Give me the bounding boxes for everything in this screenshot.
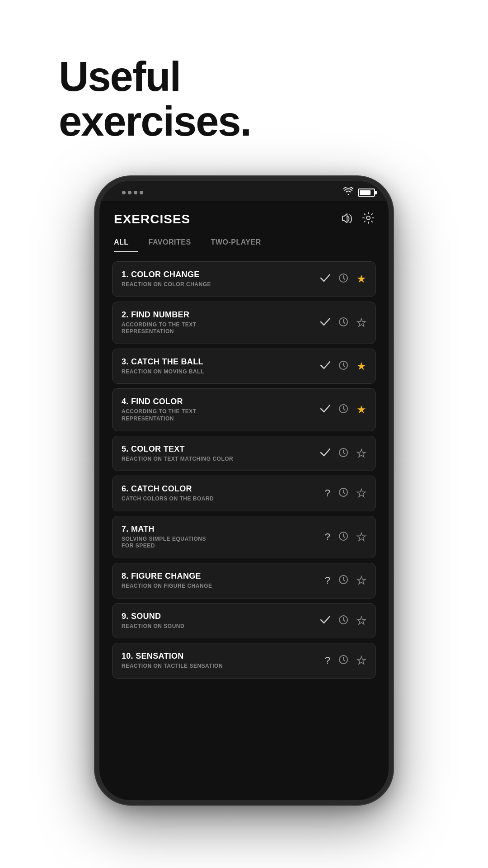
star-icon-filled[interactable]: ★ (357, 273, 366, 285)
status-icon[interactable]: ? (325, 488, 330, 498)
signal-dots (122, 191, 143, 194)
app-title: EXERCISES (114, 212, 190, 226)
exercise-actions: ★ (320, 403, 366, 416)
exercise-subtitle: ACCORDING TO THE TEXTREPRESENTATION (122, 408, 320, 422)
exercise-item-3[interactable]: 3. CATCH THE BALL REACTION ON MOVING BAL… (112, 349, 376, 384)
exercise-item-6[interactable]: 6. CATCH COLOR CATCH COLORS ON THE BOARD… (112, 476, 376, 511)
signal-dot-4 (140, 191, 143, 194)
exercise-item-2[interactable]: 2. FIND NUMBER ACCORDING TO THE TEXTREPR… (112, 302, 376, 344)
status-icon[interactable] (320, 616, 330, 626)
star-icon-empty[interactable]: ★ (357, 487, 366, 500)
exercise-info: 4. FIND COLOR ACCORDING TO THE TEXTREPRE… (122, 397, 320, 422)
exercise-subtitle: REACTION ON MOVING BALL (122, 368, 320, 376)
star-icon-empty[interactable]: ★ (357, 531, 366, 543)
exercise-info: 10. SENSATION REACTION ON TACTILE SENSAT… (122, 651, 325, 670)
status-bar (99, 181, 389, 201)
status-icon[interactable] (320, 361, 330, 371)
exercise-info: 3. CATCH THE BALL REACTION ON MOVING BAL… (122, 357, 320, 376)
tab-two-player[interactable]: TWO-PLAYER (211, 234, 270, 252)
signal-dot-2 (128, 191, 131, 194)
exercise-actions: ★ (320, 447, 366, 460)
star-icon-empty[interactable]: ★ (357, 316, 366, 329)
exercise-title: 7. MATH (122, 524, 325, 534)
star-icon-empty[interactable]: ★ (357, 614, 366, 627)
exercise-info: 2. FIND NUMBER ACCORDING TO THE TEXTREPR… (122, 310, 320, 335)
exercise-item-8[interactable]: 8. FIGURE CHANGE REACTION ON FIGURE CHAN… (112, 563, 376, 599)
exercise-subtitle: ACCORDING TO THE TEXTREPRESENTATION (122, 321, 320, 335)
status-icon[interactable] (320, 274, 330, 284)
phone-frame: EXERCISES (95, 176, 393, 805)
exercise-subtitle: REACTION ON SOUND (122, 623, 320, 630)
history-icon[interactable] (338, 615, 348, 627)
history-icon[interactable] (338, 655, 348, 666)
exercise-actions: ★ (320, 360, 366, 373)
exercise-title: 1. COLOR CHANGE (122, 270, 320, 279)
battery-fill (360, 190, 371, 195)
exercise-title: 8. FIGURE CHANGE (122, 571, 325, 581)
exercise-title: 2. FIND NUMBER (122, 310, 320, 320)
header-icons (342, 212, 374, 226)
screen: EXERCISES (99, 201, 389, 800)
history-icon[interactable] (338, 448, 348, 459)
exercise-subtitle: REACTION ON TEXT MATCHING COLOR (122, 456, 320, 463)
exercise-subtitle: CATCH COLORS ON THE BOARD (122, 495, 325, 503)
exercise-actions: ★ (320, 614, 366, 627)
exercise-info: 5. COLOR TEXT REACTION ON TEXT MATCHING … (122, 444, 320, 463)
exercise-item-4[interactable]: 4. FIND COLOR ACCORDING TO THE TEXTREPRE… (112, 388, 376, 431)
exercise-title: 5. COLOR TEXT (122, 444, 320, 454)
status-icon[interactable] (320, 318, 330, 328)
tabs: ALL FAVORITES TWO-PLAYER (99, 234, 389, 252)
exercise-info: 7. MATH SOLVING SIMPLE EQUATIONSFOR SPEE… (122, 524, 325, 550)
exercise-item-10[interactable]: 10. SENSATION REACTION ON TACTILE SENSAT… (112, 643, 376, 679)
signal-dot-3 (134, 191, 137, 194)
exercise-subtitle: REACTION ON TACTILE SENSATION (122, 663, 325, 670)
status-icon[interactable] (320, 448, 330, 458)
star-icon-empty[interactable]: ★ (357, 574, 366, 587)
exercise-actions: ★ (320, 316, 366, 329)
headline-line1: Useful (59, 54, 251, 99)
star-icon-empty[interactable]: ★ (357, 654, 366, 667)
exercise-actions: ? ★ (325, 531, 366, 543)
exercise-subtitle: SOLVING SIMPLE EQUATIONSFOR SPEED (122, 536, 325, 550)
exercise-info: 9. SOUND REACTION ON SOUND (122, 612, 320, 630)
headline: Useful exercises. (59, 54, 251, 144)
wifi-icon (343, 187, 353, 198)
history-icon[interactable] (338, 487, 348, 499)
sound-icon[interactable] (342, 213, 353, 226)
exercise-info: 8. FIGURE CHANGE REACTION ON FIGURE CHAN… (122, 571, 325, 590)
history-icon[interactable] (338, 575, 348, 586)
exercise-actions: ? ★ (325, 487, 366, 500)
settings-icon[interactable] (362, 212, 374, 226)
exercise-item-9[interactable]: 9. SOUND REACTION ON SOUND ★ (112, 603, 376, 639)
exercise-title: 10. SENSATION (122, 651, 325, 661)
status-icon[interactable]: ? (325, 532, 330, 542)
star-icon-filled[interactable]: ★ (357, 403, 366, 416)
status-icon[interactable]: ? (325, 576, 330, 585)
exercise-title: 6. CATCH COLOR (122, 484, 325, 494)
exercise-item-1[interactable]: 1. COLOR CHANGE REACTION ON COLOR CHANGE… (112, 261, 376, 297)
page-background: Useful exercises. (0, 0, 488, 868)
svg-point-0 (366, 216, 370, 220)
history-icon[interactable] (338, 531, 348, 543)
star-icon-filled[interactable]: ★ (357, 360, 366, 373)
exercise-subtitle: REACTION ON COLOR CHANGE (122, 281, 320, 288)
tab-favorites[interactable]: FAVORITES (149, 234, 200, 252)
exercise-item-7[interactable]: 7. MATH SOLVING SIMPLE EQUATIONSFOR SPEE… (112, 516, 376, 558)
exercise-actions: ? ★ (325, 574, 366, 587)
exercise-info: 1. COLOR CHANGE REACTION ON COLOR CHANGE (122, 270, 320, 288)
battery-icon (358, 189, 375, 197)
star-icon-empty[interactable]: ★ (357, 447, 366, 460)
tab-all[interactable]: ALL (114, 234, 138, 252)
exercise-info: 6. CATCH COLOR CATCH COLORS ON THE BOARD (122, 484, 325, 503)
history-icon[interactable] (338, 273, 348, 285)
exercise-item-5[interactable]: 5. COLOR TEXT REACTION ON TEXT MATCHING … (112, 436, 376, 472)
exercise-title: 4. FIND COLOR (122, 397, 320, 406)
history-icon[interactable] (338, 360, 348, 372)
exercise-list: 1. COLOR CHANGE REACTION ON COLOR CHANGE… (99, 261, 389, 683)
status-icon[interactable] (320, 405, 330, 415)
history-icon[interactable] (338, 404, 348, 415)
history-icon[interactable] (338, 317, 348, 329)
app-header: EXERCISES (99, 201, 389, 234)
headline-line2: exercises. (59, 99, 251, 144)
status-icon[interactable]: ? (325, 656, 330, 665)
